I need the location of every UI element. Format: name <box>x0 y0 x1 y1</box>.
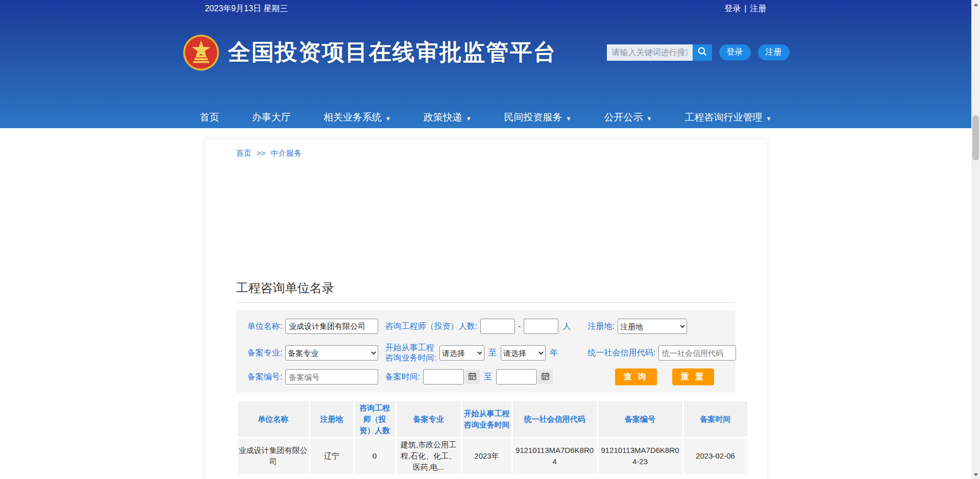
main-nav: 首页 办事大厅 相关业务系统 政策快递 民间投资服务 公开公示 工程咨询行业管理 <box>0 106 971 128</box>
table-cell-engineer-count: 0 <box>355 438 395 473</box>
chevron-down-icon <box>647 112 652 123</box>
table-header-cell: 注册地 <box>310 401 353 437</box>
nav-item-home[interactable]: 首页 <box>200 111 219 124</box>
chevron-down-icon <box>566 112 572 123</box>
filing-date-from-picker-button[interactable] <box>465 370 480 384</box>
table-header-cell: 咨询工程师（投资）人数 <box>355 401 395 437</box>
topbar-date: 2023年9月13日 星期三 <box>205 4 288 14</box>
credit-code-input[interactable] <box>658 345 736 361</box>
form-row-3: 备案编号: 备案时间: <box>236 369 736 385</box>
nav-item-related-systems[interactable]: 相关业务系统 <box>324 111 391 124</box>
table-cell-unit-name: 业成设计集团有限公司 <box>238 438 309 473</box>
table-cell-filing-number: 91210113MA7D6K8R04-23 <box>598 438 682 473</box>
reset-button[interactable]: 重 置 <box>672 369 714 386</box>
table-header-cell: 备案专业 <box>397 401 461 437</box>
engineer-count-unit: 人 <box>562 321 571 332</box>
calendar-icon <box>542 372 549 381</box>
search-form-panel: 单位名称: 咨询工程师（投资）人数: - 人 注册地: 注册地 <box>236 310 736 393</box>
search-button[interactable] <box>693 44 712 61</box>
vertical-scrollbar[interactable] <box>971 0 980 479</box>
table-cell-filing-major: 建筑,市政公用工程,石化、化工、医药,电... <box>397 438 461 473</box>
page: 2023年9月13日 星期三 登录 | 注册 <box>0 0 971 479</box>
page-title: 工程咨询单位名录 <box>236 280 736 303</box>
form-row-1: 单位名称: 咨询工程师（投资）人数: - 人 注册地: 注册地 <box>236 319 736 334</box>
form-row-2: 备案专业: 备案专业 开始从事工程咨询业务时间: 请选择 至 请选择 年 <box>236 345 736 361</box>
scrollbar-thumb[interactable] <box>972 115 979 160</box>
table-header-cell: 统一社会信用代码 <box>513 401 597 437</box>
engineer-count-min-input[interactable] <box>480 319 515 334</box>
table-cell-credit-code: 91210113MA7D6K8R04 <box>513 438 597 473</box>
chevron-down-icon <box>385 112 391 123</box>
topbar-register-link[interactable]: 注册 <box>750 4 767 14</box>
filing-time-to-label: 至 <box>484 372 492 382</box>
engineer-count-max-input[interactable] <box>524 319 558 334</box>
nav-item-consulting-industry[interactable]: 工程咨询行业管理 <box>685 111 772 124</box>
start-time-to-label: 至 <box>488 348 497 358</box>
topbar: 2023年9月13日 星期三 登录 | 注册 <box>0 0 971 17</box>
calendar-icon <box>469 372 476 381</box>
filing-number-input[interactable] <box>285 369 378 385</box>
nav-item-private-investment[interactable]: 民间投资服务 <box>504 111 572 124</box>
site-header: 2023年9月13日 星期三 登录 | 注册 <box>0 0 971 128</box>
engineer-count-label: 咨询工程师（投资）人数: <box>385 321 477 332</box>
filing-number-label: 备案编号: <box>248 372 282 382</box>
breadcrumb-separator: >> <box>257 149 266 157</box>
table-cell-start-time: 2023年 <box>462 438 511 473</box>
topbar-links-separator: | <box>744 4 746 13</box>
login-pill-button[interactable]: 登录 <box>719 44 751 60</box>
table-header-row: 单位名称 注册地 咨询工程师（投资）人数 备案专业 开始从事工程咨询业务时间 统… <box>238 401 747 437</box>
scrollbar-down-arrow-icon[interactable] <box>971 470 980 479</box>
table-cell-registration-place: 辽宁 <box>310 438 353 473</box>
filing-date-from-input[interactable] <box>423 369 464 385</box>
register-pill-button[interactable]: 注册 <box>758 44 790 60</box>
national-emblem-icon <box>182 34 220 71</box>
filing-major-label: 备案专业: <box>248 348 282 358</box>
start-time-unit: 年 <box>550 348 558 358</box>
nav-item-public-disclosure[interactable]: 公开公示 <box>604 111 652 124</box>
breadcrumb: 首页 >> 中介服务 <box>236 149 736 158</box>
table-header-cell: 备案编号 <box>598 401 682 437</box>
table-cell-filing-time: 2023-02-06 <box>684 438 747 473</box>
start-year-from-select[interactable]: 请选择 <box>439 345 484 361</box>
breadcrumb-current-link[interactable]: 中介服务 <box>271 149 301 157</box>
nav-item-service-hall[interactable]: 办事大厅 <box>252 111 291 124</box>
topbar-login-link[interactable]: 登录 <box>724 4 741 14</box>
filing-major-select[interactable]: 备案专业 <box>285 345 378 361</box>
filing-date-to-picker-button[interactable] <box>538 370 553 384</box>
registration-place-select[interactable]: 注册地 <box>618 319 687 334</box>
table-header-cell: 备案时间 <box>684 401 747 437</box>
table-header-cell: 开始从事工程咨询业务时间 <box>462 401 511 437</box>
empty-region <box>236 158 736 280</box>
nav-item-policy-express[interactable]: 政策快递 <box>424 111 472 124</box>
unit-name-input[interactable] <box>285 319 378 334</box>
scrollbar-up-arrow-icon[interactable] <box>971 0 980 9</box>
start-year-to-select[interactable]: 请选择 <box>501 345 546 361</box>
unit-name-label: 单位名称: <box>248 321 282 332</box>
registration-place-label: 注册地: <box>588 321 615 332</box>
site-title: 全国投资项目在线审批监管平台 <box>228 37 557 67</box>
header-search <box>607 44 712 61</box>
table-row: 业成设计集团有限公司 辽宁 0 建筑,市政公用工程,石化、化工、医药,电... … <box>238 438 747 473</box>
results-table: 单位名称 注册地 咨询工程师（投资）人数 备案专业 开始从事工程咨询业务时间 统… <box>236 400 749 475</box>
credit-code-label: 统一社会信用代码: <box>588 348 655 358</box>
header-main: 全国投资项目在线审批监管平台 登录 注册 <box>0 17 971 106</box>
table-header-cell: 单位名称 <box>238 401 309 437</box>
content-card: 首页 >> 中介服务 工程咨询单位名录 单位名称: 咨询工程师（投资）人数: -… <box>205 139 767 479</box>
query-button[interactable]: 查 询 <box>615 369 657 386</box>
magnifier-icon <box>697 46 708 59</box>
chevron-down-icon <box>766 112 772 123</box>
start-time-label: 开始从事工程咨询业务时间: <box>385 343 436 363</box>
filing-time-label: 备案时间: <box>385 372 420 382</box>
chevron-down-icon <box>466 112 472 123</box>
filing-date-to-input[interactable] <box>496 369 537 385</box>
search-input[interactable] <box>607 44 693 61</box>
breadcrumb-home-link[interactable]: 首页 <box>236 149 252 157</box>
range-dash: - <box>518 322 521 331</box>
